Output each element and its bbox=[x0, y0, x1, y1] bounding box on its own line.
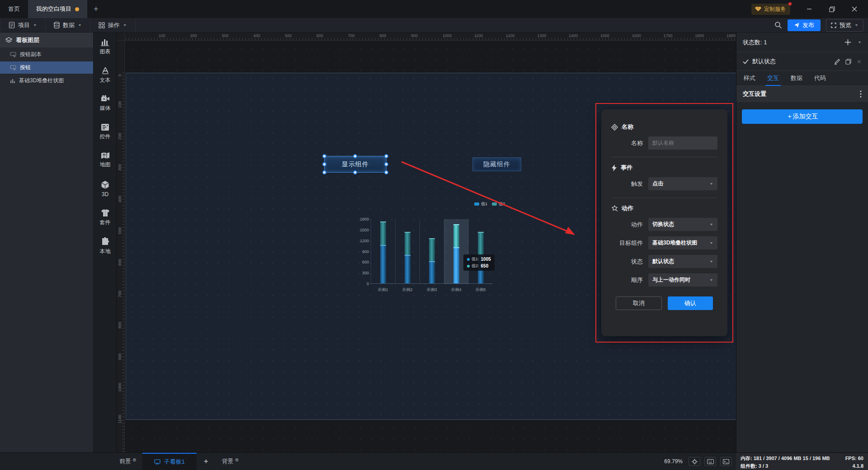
check-icon bbox=[743, 59, 749, 64]
toolbar-menus: 项目▼数据▼操作▼ bbox=[0, 18, 136, 33]
preview-button[interactable]: 预览 ▼ bbox=[826, 19, 863, 32]
chevron-down-icon: ▼ bbox=[709, 182, 713, 186]
resize-handle[interactable] bbox=[322, 162, 326, 166]
circle-plus-icon[interactable]: ⊕ bbox=[132, 457, 136, 462]
resize-handle[interactable] bbox=[322, 170, 326, 174]
edit-icon[interactable] bbox=[834, 59, 840, 65]
chart-legend: 值1值2 bbox=[474, 201, 505, 207]
menu-数据[interactable]: 数据▼ bbox=[46, 18, 90, 33]
restore-button[interactable] bbox=[822, 2, 842, 16]
vertical-ruler: 010020030040050060070080090010001100 bbox=[117, 41, 125, 452]
resize-handle[interactable] bbox=[384, 154, 388, 158]
toolbar-right: 发布 预览 ▼ bbox=[774, 19, 868, 32]
keyboard-icon[interactable] bbox=[704, 457, 716, 466]
tab-样式[interactable]: 样式 bbox=[744, 71, 755, 86]
name-input[interactable]: 默认名称 bbox=[648, 136, 717, 150]
tab-交互[interactable]: 交互 bbox=[767, 71, 779, 86]
default-state-row[interactable]: 默认状态 ✕ bbox=[736, 52, 868, 71]
foreground-button[interactable]: 前景⊕ bbox=[113, 453, 142, 470]
close-icon[interactable] bbox=[844, 2, 864, 16]
y-axis-tick: 300 bbox=[362, 271, 369, 275]
component-category-3D[interactable]: 3D bbox=[94, 180, 117, 197]
bar-segment-值2[interactable] bbox=[429, 238, 435, 262]
confirm-button[interactable]: 确认 bbox=[668, 296, 713, 310]
menu-项目[interactable]: 项目▼ bbox=[0, 18, 46, 33]
resize-handle[interactable] bbox=[384, 162, 388, 166]
chevron-down-icon: ▼ bbox=[709, 260, 713, 263]
more-menu-icon[interactable] bbox=[860, 90, 862, 98]
component-category-套件[interactable]: 套件 bbox=[94, 209, 117, 226]
custom-service-badge[interactable]: 定制服务 bbox=[751, 4, 790, 15]
add-state-button[interactable] bbox=[844, 39, 851, 46]
chart-plot-area: 0300600900120015001800示例1示例2示例3示例4示例5 bbox=[371, 219, 493, 284]
bar-segment-值2[interactable] bbox=[405, 232, 410, 255]
duplicate-icon[interactable] bbox=[845, 59, 851, 65]
component-category-本地[interactable]: 本地 bbox=[94, 237, 117, 255]
section-title-text: 动作 bbox=[622, 204, 633, 212]
ruler-label: 500 bbox=[118, 227, 122, 234]
fit-view-icon[interactable] bbox=[689, 457, 700, 466]
chart-mini-icon bbox=[10, 78, 15, 84]
layer-item-1[interactable]: 按钮 bbox=[0, 61, 93, 74]
bar-segment-值1[interactable] bbox=[429, 261, 435, 283]
tab-数据[interactable]: 数据 bbox=[791, 71, 802, 86]
new-tab-button[interactable]: + bbox=[87, 0, 105, 18]
ruler-label: 300 bbox=[222, 33, 228, 38]
bar-segment-值2[interactable] bbox=[453, 224, 459, 248]
layer-item-0[interactable]: 按钮副本 bbox=[0, 48, 93, 61]
editor-canvas[interactable]: 1002003004005006007008009001000110012001… bbox=[117, 33, 736, 452]
select-状态[interactable]: 默认状态▼ bbox=[648, 255, 717, 268]
terminal-icon[interactable] bbox=[720, 457, 732, 466]
select-动作[interactable]: 切换状态▼ bbox=[648, 218, 717, 231]
menu-操作[interactable]: 操作▼ bbox=[90, 18, 136, 33]
legend-label: 值1 bbox=[481, 201, 487, 207]
tab-代码[interactable]: 代码 bbox=[814, 71, 826, 86]
layer-label: 按钮 bbox=[20, 64, 31, 71]
component-category-label: 媒体 bbox=[100, 104, 111, 112]
select-顺序[interactable]: 与上一动作同时▼ bbox=[648, 273, 717, 287]
tooltip-series-name: 值1: bbox=[472, 256, 479, 262]
zoom-level[interactable]: 69.79% bbox=[664, 458, 683, 465]
bar-segment-值1[interactable] bbox=[380, 245, 386, 283]
unsaved-dot bbox=[75, 7, 79, 11]
component-category-媒体[interactable]: 媒体 bbox=[94, 95, 117, 112]
titlebar-tab-1[interactable]: 我的空白项目 bbox=[28, 0, 87, 18]
hide-component-button[interactable]: 隐藏组件 bbox=[472, 157, 521, 171]
legend-item[interactable]: 值1 bbox=[474, 201, 487, 207]
publish-button[interactable]: 发布 bbox=[788, 19, 821, 31]
component-category-文本[interactable]: 文本 bbox=[94, 66, 117, 84]
subboard-tab[interactable]: 子看板1 bbox=[142, 453, 196, 470]
bar-segment-值1[interactable] bbox=[405, 255, 410, 283]
add-interaction-button[interactable]: ＋添加交互 bbox=[742, 109, 863, 124]
layer-item-2[interactable]: 基础3D堆叠柱状图 bbox=[0, 75, 93, 87]
select-目标组件[interactable]: 基础3D堆叠柱状图▼ bbox=[648, 236, 717, 249]
minimize-button[interactable] bbox=[799, 2, 819, 16]
local-icon bbox=[101, 237, 109, 246]
resize-handle[interactable] bbox=[353, 170, 357, 174]
chevron-down-icon[interactable]: ▼ bbox=[858, 41, 862, 44]
bar-segment-值2[interactable] bbox=[380, 221, 386, 245]
titlebar-tab-0[interactable]: 首页 bbox=[0, 0, 28, 18]
search-icon[interactable] bbox=[774, 21, 782, 29]
stacked-bar-chart[interactable]: 值1值20300600900120015001800示例1示例2示例3示例4示例… bbox=[357, 201, 509, 298]
select-触发[interactable]: 点击▼ bbox=[648, 177, 717, 190]
circle-plus-icon[interactable]: ⊕ bbox=[235, 457, 239, 462]
show-component-button[interactable]: 显示组件 bbox=[324, 156, 387, 173]
bar-segment-值1[interactable] bbox=[453, 247, 459, 283]
resize-handle[interactable] bbox=[353, 154, 357, 158]
add-board-button[interactable]: + bbox=[197, 453, 216, 470]
legend-item[interactable]: 值2 bbox=[492, 201, 505, 207]
board-tabs: 前景⊕ 子看板1 + 背景⊕ bbox=[113, 453, 245, 470]
component-category-图表[interactable]: 图表 bbox=[94, 38, 117, 56]
x-axis-label: 示例5 bbox=[475, 287, 486, 293]
ruler-label: 1300 bbox=[537, 33, 546, 38]
ruler-label: 1600 bbox=[632, 33, 641, 38]
tab-label: 我的空白项目 bbox=[36, 5, 71, 13]
component-category-控件[interactable]: 控件 bbox=[94, 123, 117, 141]
resize-handle[interactable] bbox=[322, 154, 326, 158]
resize-handle[interactable] bbox=[384, 170, 388, 174]
background-button[interactable]: 背景⊕ bbox=[216, 453, 245, 470]
component-category-地图[interactable]: 地图 bbox=[94, 152, 117, 169]
cancel-button[interactable]: 取消 bbox=[616, 296, 662, 310]
bar-segment-值2[interactable] bbox=[478, 232, 484, 255]
